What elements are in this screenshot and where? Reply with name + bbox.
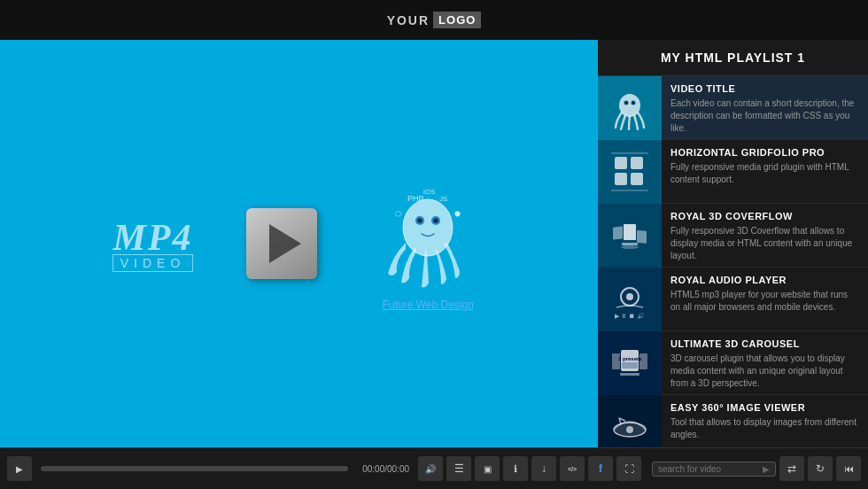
playlist-item-title-0: VIDEO TITLE bbox=[670, 83, 859, 94]
volume-button[interactable]: 🔊 bbox=[418, 456, 443, 481]
playlist-item-2[interactable]: ROYAL 3D COVERFLOW Fully responsive 3D C… bbox=[598, 204, 868, 268]
thumb-coverflow-icon bbox=[608, 213, 652, 258]
playlist-item-desc-0: Each video can contain a short descripti… bbox=[670, 97, 859, 135]
svg-point-25 bbox=[621, 245, 639, 249]
sidebar-playlist: MY HTML PLAYLIST 1 VIDEO TITLE Each vide… bbox=[598, 40, 868, 447]
svg-text:▶ ⏸ ⏹ 🔊: ▶ ⏸ ⏹ 🔊 bbox=[615, 312, 645, 320]
logo-box: LOGO bbox=[433, 12, 481, 28]
embed-button[interactable]: </> bbox=[560, 456, 585, 481]
svg-text:⬢: ⬢ bbox=[454, 210, 461, 218]
time-display: 00:00/00:00 bbox=[357, 464, 415, 474]
facebook-button[interactable]: f bbox=[588, 456, 613, 481]
svg-point-13 bbox=[625, 102, 627, 104]
svg-rect-18 bbox=[631, 173, 643, 185]
svg-rect-33 bbox=[622, 362, 638, 369]
svg-point-4 bbox=[434, 219, 438, 223]
svg-point-3 bbox=[418, 219, 422, 223]
video-area: MP4 VIDEO bbox=[0, 40, 598, 447]
playlist-item-desc-4: 3D carousel plugin that allows you to di… bbox=[670, 353, 859, 390]
playlist-button[interactable] bbox=[446, 456, 471, 481]
svg-rect-22 bbox=[613, 227, 623, 240]
playlist-thumb-4: 3 presets bbox=[598, 331, 662, 395]
download-icon: ↓ bbox=[541, 462, 546, 475]
svg-text:3 presets: 3 presets bbox=[618, 356, 642, 361]
search-arrow-icon: ▶ bbox=[763, 464, 770, 474]
playlist-item-1[interactable]: HORIZONTAL GRIDFOLIO PRO Fully responsiv… bbox=[598, 140, 868, 204]
svg-rect-16 bbox=[631, 157, 643, 169]
playlist-icon bbox=[454, 462, 464, 475]
playlist-item-desc-1: Fully responsive media grid plugin with … bbox=[670, 161, 859, 186]
logo-your: YOUR bbox=[387, 13, 430, 27]
repeat-button[interactable]: ↻ bbox=[808, 456, 833, 481]
prev-button[interactable]: ⏮ bbox=[836, 456, 861, 481]
playlist-item-0[interactable]: VIDEO TITLE Each video can contain a sho… bbox=[598, 76, 868, 140]
mp4-text: MP4 bbox=[112, 216, 194, 259]
svg-text:iOS: iOS bbox=[423, 188, 435, 196]
shuffle-button[interactable]: ⇄ bbox=[779, 456, 804, 481]
thumb-grid-icon bbox=[608, 150, 652, 194]
playlist-item-title-5: EASY 360° IMAGE VIEWER bbox=[670, 402, 859, 413]
play-triangle-icon bbox=[269, 224, 301, 263]
bottom-controls: 00:00/00:00 🔊 ▣ ℹ ↓ </> f ⛶ ▶ ⇄ ↻ bbox=[0, 447, 868, 489]
fullscreen-button[interactable]: ⛶ bbox=[616, 456, 641, 481]
thumb-carousel-icon: 3 presets bbox=[608, 341, 652, 385]
playlist-thumb-0 bbox=[598, 76, 662, 140]
play-button[interactable] bbox=[7, 456, 32, 481]
octopus-area: PHP iOS JS ⬡ ⬢ Future Web Design bbox=[370, 176, 485, 311]
playlist-item-desc-5: Tool that allows to display images from … bbox=[670, 416, 859, 441]
svg-rect-17 bbox=[615, 173, 627, 185]
playlist-info-2: ROYAL 3D COVERFLOW Fully responsive 3D C… bbox=[662, 204, 868, 267]
playlist-info-1: HORIZONTAL GRIDFOLIO PRO Fully responsiv… bbox=[662, 140, 868, 203]
svg-text:JS: JS bbox=[439, 195, 447, 203]
playlist-item-desc-3: HTML5 mp3 player for your website that r… bbox=[670, 289, 859, 314]
svg-rect-34 bbox=[620, 373, 639, 376]
svg-rect-21 bbox=[624, 224, 636, 240]
playlist-item-4[interactable]: 3 presets ULTIMATE 3D CAROUSEL 3D carous… bbox=[598, 331, 868, 395]
playlist-thumb-3: ▶ ⏸ ⏹ 🔊 bbox=[598, 268, 662, 331]
shuffle-icon: ⇄ bbox=[787, 462, 796, 475]
download-button[interactable]: ↓ bbox=[531, 456, 556, 481]
video-text: VIDEO bbox=[112, 254, 194, 272]
playlist-thumb-2 bbox=[598, 204, 662, 268]
play-icon bbox=[16, 463, 23, 474]
playlist-item-title-2: ROYAL 3D COVERFLOW bbox=[670, 211, 859, 221]
volume-icon: 🔊 bbox=[425, 464, 436, 474]
playlist-info-5: EASY 360° IMAGE VIEWER Tool that allows … bbox=[662, 395, 868, 447]
repeat-icon: ↻ bbox=[816, 462, 825, 475]
search-input[interactable] bbox=[658, 464, 763, 474]
playlist-item-desc-2: Fully responsive 3D Coverflow that allow… bbox=[670, 225, 859, 262]
playlist-item-title-3: ROYAL AUDIO PLAYER bbox=[670, 275, 859, 285]
logo: YOUR LOGO bbox=[387, 12, 482, 28]
playlist-info-0: VIDEO TITLE Each video can contain a sho… bbox=[662, 76, 868, 139]
info-button[interactable]: ℹ bbox=[503, 456, 528, 481]
playlist-item-3[interactable]: ▶ ⏸ ⏹ 🔊 ROYAL AUDIO PLAYER HTML5 mp3 pla… bbox=[598, 268, 868, 331]
thumb-octopus-icon bbox=[608, 86, 652, 130]
playlist-thumb-1 bbox=[598, 140, 662, 204]
svg-text:PHP: PHP bbox=[407, 194, 424, 203]
play-button-large[interactable] bbox=[246, 208, 317, 279]
main-content: MP4 VIDEO bbox=[0, 40, 868, 447]
prev-icon: ⏮ bbox=[844, 463, 854, 474]
video-center: MP4 VIDEO bbox=[0, 176, 598, 311]
future-web-text: Future Web Design bbox=[383, 299, 474, 311]
playlist-title: MY HTML PLAYLIST 1 bbox=[598, 40, 868, 76]
subtitle-button[interactable]: ▣ bbox=[475, 456, 500, 481]
thumb-audio-icon: ▶ ⏸ ⏹ 🔊 bbox=[608, 277, 652, 322]
search-container: ▶ bbox=[652, 462, 776, 477]
playlist-info-3: ROYAL AUDIO PLAYER HTML5 mp3 player for … bbox=[662, 268, 868, 330]
progress-bar[interactable] bbox=[41, 466, 348, 471]
subtitle-icon: ▣ bbox=[484, 464, 492, 474]
svg-point-0 bbox=[403, 199, 453, 256]
playlist-thumb-5 bbox=[598, 395, 662, 447]
octopus-icon: PHP iOS JS ⬡ ⬢ bbox=[370, 176, 485, 291]
svg-text:⬡: ⬡ bbox=[395, 210, 401, 218]
mp4-logo: MP4 VIDEO bbox=[112, 216, 194, 272]
playlist-info-4: ULTIMATE 3D CAROUSEL 3D carousel plugin … bbox=[662, 331, 868, 394]
svg-rect-15 bbox=[615, 157, 627, 169]
top-bar: YOUR LOGO bbox=[0, 0, 868, 40]
fullscreen-icon: ⛶ bbox=[624, 463, 634, 474]
svg-point-14 bbox=[632, 102, 634, 104]
facebook-icon: f bbox=[599, 462, 602, 475]
svg-point-27 bbox=[626, 293, 633, 300]
playlist-item-5[interactable]: EASY 360° IMAGE VIEWER Tool that allows … bbox=[598, 395, 868, 447]
